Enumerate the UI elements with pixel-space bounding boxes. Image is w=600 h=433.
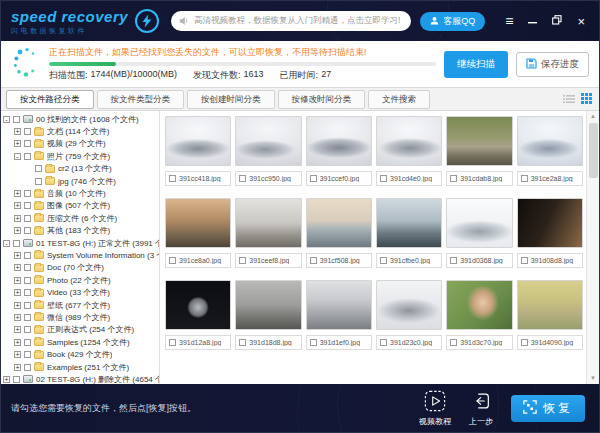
menu-icon[interactable]: ≡: [505, 14, 513, 28]
tree-item[interactable]: +02 TEST-8G (H:) 删除文件 (4654 个文件): [1, 373, 159, 384]
tree-checkbox[interactable]: [24, 153, 31, 160]
tab-0[interactable]: 按文件路径分类: [6, 90, 94, 109]
tree-item[interactable]: +壁纸 (677 个文件): [1, 299, 159, 311]
tree-item[interactable]: -00 找到的文件 (1608 个文件): [1, 113, 159, 125]
tab-2[interactable]: 按创建时间分类: [187, 90, 275, 109]
tree-checkbox[interactable]: [24, 202, 31, 209]
expand-toggle[interactable]: +: [14, 351, 21, 358]
file-checkbox[interactable]: [169, 257, 176, 264]
file-checkbox[interactable]: [239, 339, 246, 346]
tree-checkbox[interactable]: [13, 376, 20, 383]
recover-button[interactable]: 恢复: [511, 395, 585, 422]
tree-item[interactable]: +文档 (114 个文件): [1, 125, 159, 137]
expand-toggle[interactable]: +: [14, 227, 21, 234]
tree-item[interactable]: +Examples (251 个文件): [1, 361, 159, 373]
announcement-banner[interactable]: 高清视频教程，数据恢复从入门到精通，点击立即学习!: [171, 11, 411, 31]
tree-checkbox[interactable]: [13, 116, 20, 123]
tree-checkbox[interactable]: [35, 178, 42, 185]
expand-toggle[interactable]: +: [14, 289, 21, 296]
tab-4[interactable]: 文件搜索: [368, 90, 430, 109]
file-checkbox[interactable]: [380, 339, 387, 346]
file-thumbnail[interactable]: [306, 198, 372, 248]
file-checkbox[interactable]: [380, 257, 387, 264]
tree-checkbox[interactable]: [24, 227, 31, 234]
expand-toggle[interactable]: +: [14, 326, 21, 333]
tree-item[interactable]: +视频 (29 个文件): [1, 138, 159, 150]
file-thumbnail[interactable]: [517, 280, 583, 330]
file-checkbox[interactable]: [521, 175, 528, 182]
video-tutorial-button[interactable]: 视频教程: [419, 390, 451, 427]
expand-toggle[interactable]: +: [14, 264, 21, 271]
tree-item[interactable]: cr2 (13 个文件): [1, 163, 159, 175]
file-thumbnail[interactable]: [235, 280, 301, 330]
tree-checkbox[interactable]: [24, 190, 31, 197]
continue-scan-button[interactable]: 继续扫描: [444, 51, 508, 78]
file-checkbox[interactable]: [450, 339, 457, 346]
file-checkbox[interactable]: [450, 257, 457, 264]
tree-item[interactable]: +Samples (1254 个文件): [1, 336, 159, 348]
expand-toggle[interactable]: +: [14, 302, 21, 309]
file-thumbnail[interactable]: [306, 280, 372, 330]
file-checkbox[interactable]: [239, 175, 246, 182]
expand-toggle[interactable]: +: [14, 215, 21, 222]
file-thumbnail[interactable]: [446, 116, 512, 166]
tree-item[interactable]: +压缩文件 (6 个文件): [1, 212, 159, 224]
tree-checkbox[interactable]: [24, 289, 31, 296]
file-thumbnail[interactable]: [376, 198, 442, 248]
file-thumbnail[interactable]: [165, 198, 231, 248]
file-thumbnail[interactable]: [165, 116, 231, 166]
file-checkbox[interactable]: [239, 257, 246, 264]
tree-item[interactable]: +其他 (183 个文件): [1, 225, 159, 237]
tree-item[interactable]: +Doc (70 个文件): [1, 262, 159, 274]
collapse-toggle[interactable]: -: [14, 153, 21, 160]
file-checkbox[interactable]: [310, 257, 317, 264]
tree-checkbox[interactable]: [24, 351, 31, 358]
tree-checkbox[interactable]: [24, 252, 31, 259]
tree-checkbox[interactable]: [24, 364, 31, 371]
tree-checkbox[interactable]: [24, 326, 31, 333]
tree-item[interactable]: +音频 (10 个文件): [1, 187, 159, 199]
expand-toggle[interactable]: +: [14, 339, 21, 346]
save-progress-button[interactable]: 保存进度: [516, 52, 589, 77]
tree-checkbox[interactable]: [13, 240, 20, 247]
expand-toggle[interactable]: +: [3, 376, 10, 383]
tree-checkbox[interactable]: [24, 140, 31, 147]
file-thumbnail[interactable]: [446, 198, 512, 248]
close-icon[interactable]: ×: [577, 15, 585, 28]
tree-checkbox[interactable]: [24, 128, 31, 135]
expand-toggle[interactable]: +: [14, 190, 21, 197]
tree-item[interactable]: +正则表达式 (254 个文件): [1, 324, 159, 336]
file-checkbox[interactable]: [169, 175, 176, 182]
tree-checkbox[interactable]: [35, 165, 42, 172]
collapse-toggle[interactable]: -: [3, 240, 10, 247]
tree-item[interactable]: +Video (33 个文件): [1, 286, 159, 298]
maximize-icon[interactable]: [552, 15, 562, 27]
file-thumbnail[interactable]: [446, 280, 512, 330]
file-checkbox[interactable]: [521, 257, 528, 264]
grid-view-icon[interactable]: [581, 90, 592, 108]
file-checkbox[interactable]: [380, 175, 387, 182]
file-thumbnail[interactable]: [306, 116, 372, 166]
file-checkbox[interactable]: [521, 339, 528, 346]
file-checkbox[interactable]: [450, 175, 457, 182]
expand-toggle[interactable]: +: [14, 314, 21, 321]
minimize-icon[interactable]: [528, 15, 537, 27]
tree-item[interactable]: jpg (746 个文件): [1, 175, 159, 187]
scrollbar-thumb[interactable]: [589, 123, 598, 178]
list-view-icon[interactable]: [563, 90, 575, 108]
tree-item[interactable]: +Book (429 个文件): [1, 348, 159, 360]
expand-toggle[interactable]: +: [14, 252, 21, 259]
file-thumbnail[interactable]: [235, 116, 301, 166]
tab-3[interactable]: 按修改时间分类: [278, 90, 366, 109]
tree-item[interactable]: -照片 (759 个文件): [1, 150, 159, 162]
file-checkbox[interactable]: [310, 339, 317, 346]
tree-item[interactable]: +Photo (22 个文件): [1, 274, 159, 286]
vertical-scrollbar[interactable]: ▲ ▼: [586, 111, 599, 384]
expand-toggle[interactable]: +: [14, 140, 21, 147]
expand-toggle[interactable]: +: [14, 128, 21, 135]
file-thumbnail[interactable]: [376, 116, 442, 166]
tree-checkbox[interactable]: [24, 264, 31, 271]
tree-checkbox[interactable]: [24, 277, 31, 284]
expand-toggle[interactable]: +: [14, 364, 21, 371]
file-thumbnail[interactable]: [517, 198, 583, 248]
